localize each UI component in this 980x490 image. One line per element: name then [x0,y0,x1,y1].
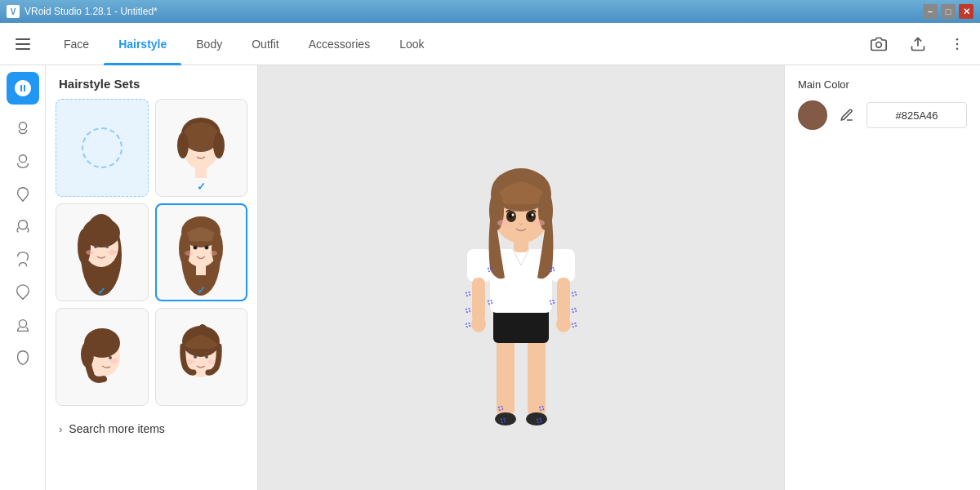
right-panel: Main Color #825A46 [784,65,980,490]
hair-preview-6 [156,309,247,405]
svg-point-69 [509,213,512,218]
svg-point-41 [110,359,118,363]
sidebar-hair-1[interactable] [8,114,38,144]
svg-point-6 [19,155,26,163]
svg-point-72 [532,214,534,216]
tab-look[interactable]: Look [385,23,439,65]
sidebar-hair-3[interactable] [8,180,38,209]
empty-slot-circle [82,127,122,168]
close-button[interactable]: ✕ [959,4,973,19]
svg-point-4 [956,47,959,50]
app-container: Face Hairstyle Body Outfit Accessories L… [0,23,980,490]
hair-item-4[interactable]: ✓ [155,203,248,301]
svg-point-58 [471,316,486,332]
svg-rect-55 [550,249,575,282]
panel-scroll[interactable]: ✓ [46,99,257,490]
sidebar-hair-8[interactable] [8,343,38,372]
hair-item-2[interactable]: ✓ [155,99,248,197]
svg-point-75 [466,292,470,296]
svg-point-35 [209,251,217,256]
svg-point-74 [533,220,545,226]
svg-point-8 [19,320,26,327]
svg-point-24 [109,250,117,255]
more-button[interactable] [944,31,970,57]
logo-button[interactable] [7,72,39,105]
check-mark-4: ✓ [197,284,206,296]
panel-area: Hairstyle Sets [46,65,258,490]
svg-point-80 [572,323,577,327]
title-bar-left: V VRoid Studio 1.28.1 - Untitled* [7,5,158,18]
sidebar-hair-5[interactable] [8,245,38,274]
export-button[interactable] [905,31,931,57]
camera-button[interactable] [866,31,892,57]
svg-point-51 [526,412,547,425]
sidebar-hair-4[interactable] [8,212,38,242]
sidebar-hair-2[interactable] [8,147,38,176]
hair-item-3[interactable]: ✓ [56,203,149,301]
svg-point-2 [956,38,959,40]
svg-point-29 [212,232,223,265]
svg-point-14 [213,132,225,158]
svg-point-22 [105,245,109,248]
tab-body[interactable]: Body [181,23,237,65]
svg-point-21 [94,245,97,248]
svg-point-73 [497,220,509,226]
character-svg [431,106,611,449]
svg-point-46 [186,359,194,364]
svg-point-28 [179,232,190,265]
svg-rect-48 [497,335,514,416]
svg-rect-36 [196,265,206,275]
hair-preview-5 [56,309,148,405]
svg-point-79 [572,309,577,313]
color-picker-button[interactable] [835,104,858,127]
svg-point-0 [876,42,882,47]
svg-point-40 [109,356,112,359]
hair-item-6[interactable] [155,308,248,406]
svg-point-3 [956,42,959,45]
svg-point-7 [18,220,27,229]
svg-point-44 [194,355,197,359]
svg-rect-49 [528,335,546,416]
tab-hairstyle[interactable]: Hairstyle [104,23,181,65]
svg-point-32 [194,246,196,248]
color-section-title: Main Color [798,78,967,91]
search-more-arrow: › [59,423,62,435]
svg-point-13 [177,132,189,158]
window-title: VRoid Studio 1.28.1 - Untitled* [24,6,158,17]
svg-point-71 [512,214,514,216]
svg-rect-54 [467,249,492,282]
svg-point-39 [81,341,94,368]
sidebar-hair-7[interactable] [8,310,38,340]
sidebar-hair-6[interactable] [8,278,38,307]
main-viewport[interactable] [258,65,784,490]
nav-right [866,31,970,57]
svg-point-34 [185,251,193,256]
svg-point-20 [78,229,91,265]
check-mark-3: ✓ [97,285,106,297]
hair-item-5[interactable] [56,308,149,406]
hair-grid-row2: ✓ [56,203,247,301]
hair-item-empty[interactable] [56,99,149,197]
minimize-button[interactable]: – [923,4,938,19]
svg-point-23 [86,250,94,255]
svg-point-33 [206,246,207,248]
tab-accessories[interactable]: Accessories [294,23,385,65]
color-swatch[interactable] [798,100,827,130]
svg-point-5 [19,122,26,130]
hamburger-menu[interactable] [10,31,36,57]
svg-point-47 [207,359,216,364]
svg-point-59 [556,316,571,332]
tab-face[interactable]: Face [49,23,104,65]
panel-title: Hairstyle Sets [46,65,257,99]
svg-rect-57 [557,278,570,323]
check-mark-2: ✓ [197,180,206,193]
search-more-button[interactable]: › Search more items [56,412,247,445]
svg-point-78 [572,292,577,296]
maximize-button[interactable]: □ [941,4,956,19]
window-controls[interactable]: – □ ✕ [923,4,973,19]
title-bar: V VRoid Studio 1.28.1 - Untitled* – □ ✕ [0,0,980,23]
color-hex-value[interactable]: #825A46 [866,102,967,128]
tab-outfit[interactable]: Outfit [237,23,293,65]
svg-point-50 [495,412,516,425]
svg-point-16 [205,147,208,150]
